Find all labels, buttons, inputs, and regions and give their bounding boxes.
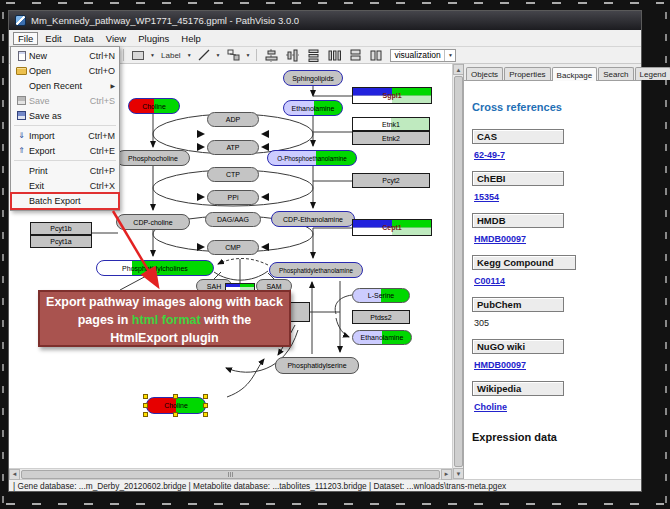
pathway-node-ethanolamine-2[interactable]: Ethanolamine <box>352 330 412 345</box>
file-menu-save[interactable]: SaveCtrl+S <box>11 93 119 108</box>
file-menu-save-as[interactable]: Save as <box>11 108 119 123</box>
selection-handle[interactable] <box>203 394 208 399</box>
pathway-node-dag[interactable]: DAG/AAG <box>205 212 261 227</box>
xref-link-chebi[interactable]: 15354 <box>474 192 499 202</box>
selection-handle[interactable] <box>143 412 148 417</box>
chevron-down-icon[interactable]: ▼ <box>246 52 251 58</box>
callout-line2-post: with the <box>201 313 252 327</box>
stack-vertical-button[interactable] <box>347 48 364 62</box>
xref-link-kegg[interactable]: C00114 <box>474 276 505 286</box>
visualization-value: visualization <box>394 50 440 60</box>
menu-plugins[interactable]: Plugins <box>133 32 174 45</box>
visualization-combobox[interactable]: visualization ▼ <box>390 49 456 62</box>
selection-handle[interactable] <box>173 394 178 399</box>
file-menu-import[interactable]: ⇓ImportCtrl+M <box>11 128 119 143</box>
file-menu-exit[interactable]: ExitCtrl+X <box>11 178 119 193</box>
pathway-node-cdp-choline[interactable]: CDP-choline <box>116 214 190 230</box>
db-header-pubchem: PubChem <box>472 297 564 312</box>
screenshot-edge <box>665 6 667 503</box>
expression-data-heading: Expression data <box>472 431 641 443</box>
xref-link-hmdb[interactable]: HMDB00097 <box>474 234 526 244</box>
file-menu-open[interactable]: OpenCtrl+O <box>11 63 119 78</box>
chevron-down-icon[interactable]: ▼ <box>187 52 192 58</box>
screenshot-edge <box>2 6 4 503</box>
tab-properties[interactable]: Properties <box>504 67 550 80</box>
menu-file[interactable]: File <box>13 32 38 45</box>
stack-horizontal-button[interactable] <box>368 48 384 62</box>
file-menu-batch-export[interactable]: Batch Export <box>11 193 119 209</box>
shape-tool-button[interactable] <box>225 48 242 62</box>
selection-handle[interactable] <box>203 403 208 408</box>
canvas-hscrollbar[interactable]: ◄ ► <box>9 468 452 479</box>
menu-view[interactable]: View <box>101 32 131 45</box>
toolbar-separator <box>256 49 257 61</box>
side-panel: Objects Properties Backpage Search Legen… <box>463 64 641 479</box>
tab-objects[interactable]: Objects <box>466 67 503 80</box>
chevron-down-icon[interactable]: ▼ <box>150 52 155 58</box>
chevron-down-icon[interactable]: ▼ <box>216 52 221 58</box>
distribute-horizontal-button[interactable] <box>326 48 343 62</box>
selection-handle[interactable] <box>203 412 208 417</box>
menu-edit[interactable]: Edit <box>40 32 66 45</box>
hscroll-thumb[interactable] <box>21 470 440 479</box>
callout-line1: Export pathway images along with back <box>40 293 289 311</box>
db-header-chebi: ChEBI <box>472 171 564 186</box>
db-header-kegg: Kegg Compound <box>472 255 576 270</box>
pathway-node-pcyt1b[interactable]: Pcyt1b <box>30 222 92 235</box>
file-menu-export[interactable]: ⇑ExportCtrl+E <box>11 143 119 158</box>
pathway-node-sgpl1[interactable]: Sgpl1 <box>352 87 432 104</box>
pathway-node-o-phosphoethanolamine[interactable]: O-Phosphoethanolamine <box>267 150 357 166</box>
vscroll-thumb[interactable] <box>454 76 463 467</box>
canvas-vscrollbar[interactable]: ▲ ▼ <box>452 64 463 479</box>
xref-link-cas[interactable]: 62-49-7 <box>474 150 505 160</box>
line-tool-button[interactable] <box>196 48 212 62</box>
selection-handle[interactable] <box>173 412 178 417</box>
pathway-node-ethanolamine[interactable]: Ethanolamine <box>283 100 343 116</box>
pathway-node-pcyt2[interactable]: Pcyt2 <box>352 173 430 188</box>
file-menu-open-recent[interactable]: Open Recent▶ <box>11 78 119 93</box>
pathway-node-pcyt1a[interactable]: Pcyt1a <box>30 235 92 248</box>
pathway-node-cdp-ethanolamine[interactable]: CDP-Ethanolamine <box>271 211 355 227</box>
menu-separator <box>14 125 116 126</box>
pathway-node-phosphatidylserine[interactable]: Phosphatidylserine <box>275 357 359 374</box>
xref-link-wikipedia[interactable]: Choline <box>474 402 507 412</box>
pathway-node-phosphocholine[interactable]: Phosphocholine <box>116 150 190 166</box>
scroll-right-icon[interactable]: ► <box>441 469 452 480</box>
toolbar-separator <box>123 49 124 61</box>
file-menu-print[interactable]: PrintCtrl+P <box>11 163 119 178</box>
db-header-wikipedia: Wikipedia <box>472 381 564 396</box>
line-icon <box>198 49 210 61</box>
tab-backpage[interactable]: Backpage <box>552 67 598 81</box>
pathway-node-ptdss2[interactable]: Ptdss2 <box>352 310 410 324</box>
pathway-node-phosphatidylethanolamine[interactable]: Phosphatidylethanolamine <box>269 262 363 278</box>
pathway-node-etnk2[interactable]: Etnk2 <box>352 131 430 145</box>
file-menu-new[interactable]: NewCtrl+N <box>11 48 119 63</box>
pathway-node-ppi[interactable]: PPi <box>207 190 259 205</box>
menu-data[interactable]: Data <box>69 32 99 45</box>
distribute-vertical-button[interactable] <box>305 48 322 62</box>
label-tool-button[interactable]: Label <box>159 48 183 62</box>
pathway-node-cmp[interactable]: CMP <box>207 240 259 255</box>
pathway-node-etnk1[interactable]: Etnk1 <box>352 117 430 131</box>
pathway-node-sphingolipids[interactable]: Sphingolipids <box>283 70 343 86</box>
pathway-node-atp[interactable]: ATP <box>207 140 259 155</box>
datanode-tool-button[interactable] <box>130 48 146 62</box>
xref-link-nugo[interactable]: HMDB00097 <box>474 360 526 370</box>
scroll-left-icon[interactable]: ◄ <box>9 469 20 480</box>
align-center-button[interactable] <box>263 48 280 62</box>
pathway-node-cept1[interactable]: Cept1 <box>352 219 432 236</box>
window-title: Mm_Kennedy_pathway_WP1771_45176.gpml - P… <box>31 15 299 26</box>
chevron-down-icon[interactable]: ▼ <box>444 50 455 61</box>
tab-legend[interactable]: Legend <box>635 67 670 80</box>
pathway-node-phosphatidylcholines[interactable]: Phosphatidylcholines <box>96 260 214 276</box>
pathway-node-adp[interactable]: ADP <box>207 112 259 127</box>
selection-handle[interactable] <box>143 394 148 399</box>
tab-search[interactable]: Search <box>598 67 633 80</box>
pathway-node-choline[interactable]: Choline <box>128 98 180 114</box>
pathway-node-ctp[interactable]: CTP <box>207 167 259 182</box>
menu-help[interactable]: Help <box>176 32 206 45</box>
pathway-node-l-serine[interactable]: L-Serine <box>352 288 410 303</box>
selection-handle[interactable] <box>143 403 148 408</box>
stack-horizontal-icon <box>370 49 382 62</box>
align-middle-button[interactable] <box>284 48 301 62</box>
